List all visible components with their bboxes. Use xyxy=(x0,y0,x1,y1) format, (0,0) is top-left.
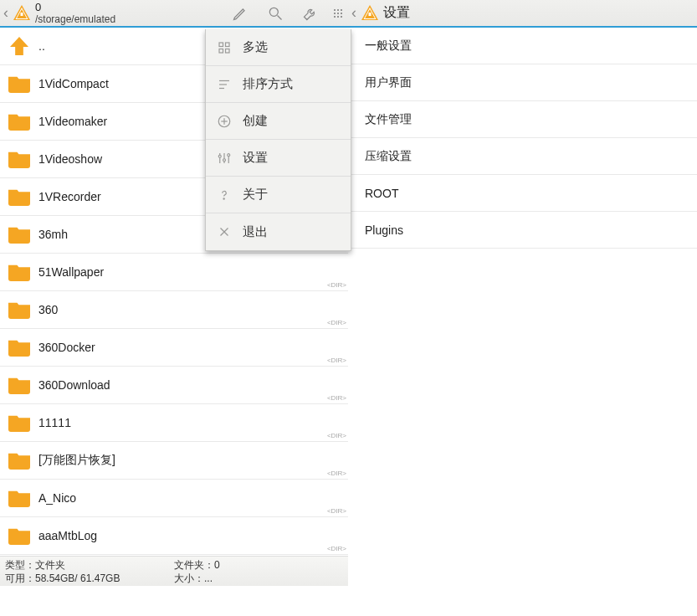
svg-rect-9 xyxy=(226,49,230,53)
back-chevron-icon[interactable]: ‹ xyxy=(0,4,12,22)
dir-badge: <DIR> xyxy=(327,281,346,289)
folder-icon xyxy=(8,526,30,545)
x-icon xyxy=(216,223,233,240)
svg-point-4 xyxy=(269,8,278,16)
grid-icon xyxy=(216,39,233,56)
settings-item[interactable]: ROOT xyxy=(348,175,697,212)
svg-point-22 xyxy=(223,198,224,198)
settings-list: 一般设置用户界面文件管理压缩设置ROOTPlugins xyxy=(348,28,697,249)
menu-item-question[interactable]: 关于 xyxy=(206,177,351,213)
search-icon[interactable] xyxy=(258,0,293,27)
folder-name: 1VRecorder xyxy=(38,190,101,203)
folder-icon xyxy=(8,187,30,206)
menu-item-sliders[interactable]: 设置 xyxy=(206,140,351,177)
folder-name: A_Nico xyxy=(38,491,76,505)
svg-rect-28 xyxy=(369,13,372,16)
overflow-menu: 多选排序方式创建设置关于退出 xyxy=(205,29,351,251)
svg-line-5 xyxy=(278,15,282,19)
folder-name: 1Videoshow xyxy=(38,152,102,166)
status-folders-value: 0 xyxy=(214,559,220,571)
dir-badge: <DIR> xyxy=(327,545,346,552)
dir-badge: <DIR> xyxy=(327,432,346,439)
folder-name: 360 xyxy=(38,303,58,316)
menu-item-label: 设置 xyxy=(243,150,268,166)
folder-row[interactable]: 360Download<DIR> xyxy=(0,367,348,404)
question-icon xyxy=(216,187,233,203)
status-size-label: 大小： xyxy=(174,572,204,584)
status-avail-value: 58.54GB/ 61.47GB xyxy=(35,572,120,584)
folder-icon xyxy=(8,451,30,470)
menu-item-x[interactable]: 退出 xyxy=(206,213,351,250)
dir-badge: <DIR> xyxy=(327,470,346,477)
sort-icon xyxy=(216,76,233,93)
folder-name: aaaMtbLog xyxy=(38,529,97,542)
status-avail-label: 可用： xyxy=(5,572,35,584)
settings-item-label: ROOT xyxy=(365,187,398,200)
dir-badge: <DIR> xyxy=(327,507,346,515)
folder-icon xyxy=(8,300,30,319)
menu-item-label: 退出 xyxy=(243,224,268,240)
folder-icon xyxy=(8,112,30,131)
up-label: .. xyxy=(38,39,45,53)
folder-name: [万能图片恢复] xyxy=(38,453,115,468)
folder-name: 11111 xyxy=(38,416,71,429)
header-path: /storage/emulated xyxy=(35,13,115,26)
menu-item-grid[interactable]: 多选 xyxy=(206,29,351,66)
folder-name: 1VidCompact xyxy=(38,77,109,90)
svg-point-17 xyxy=(218,155,221,157)
sliders-icon xyxy=(216,150,233,167)
folder-row[interactable]: A_Nico<DIR> xyxy=(0,480,348,517)
menu-item-sort[interactable]: 排序方式 xyxy=(206,66,351,103)
app-icon[interactable] xyxy=(12,3,32,23)
menu-item-label: 排序方式 xyxy=(243,76,293,92)
folder-row[interactable]: [万能图片恢复]<DIR> xyxy=(0,442,348,480)
app-icon[interactable] xyxy=(360,3,380,23)
svg-point-21 xyxy=(228,153,230,156)
settings-item[interactable]: 用户界面 xyxy=(348,64,697,101)
edit-icon[interactable] xyxy=(223,0,258,27)
header-actions xyxy=(223,0,348,27)
folder-row[interactable]: aaaMtbLog<DIR> xyxy=(0,517,348,555)
settings-item-label: 文件管理 xyxy=(365,112,412,127)
plus-circle-icon xyxy=(216,113,233,130)
back-chevron-icon[interactable]: ‹ xyxy=(348,4,360,22)
settings-item[interactable]: 文件管理 xyxy=(348,101,697,138)
folder-icon xyxy=(8,338,30,357)
folder-row[interactable]: 360Docker<DIR> xyxy=(0,329,348,367)
folder-name: 51Wallpaper xyxy=(38,265,104,279)
path-block[interactable]: 0 /storage/emulated xyxy=(35,1,115,26)
svg-point-19 xyxy=(223,158,226,161)
folder-row[interactable]: 51Wallpaper<DIR> xyxy=(0,254,348,291)
settings-item-label: 用户界面 xyxy=(365,75,412,90)
folder-icon xyxy=(8,489,30,507)
folder-icon xyxy=(8,150,30,168)
status-bar: 类型：文件夹 可用：58.54GB/ 61.47GB 文件夹：0 大小：... xyxy=(0,556,348,586)
folder-row[interactable]: 11111<DIR> xyxy=(0,404,348,442)
svg-rect-3 xyxy=(21,13,23,16)
svg-rect-7 xyxy=(226,43,230,47)
wrench-icon[interactable] xyxy=(293,0,328,27)
menu-item-label: 关于 xyxy=(243,187,268,203)
folder-name: 360Download xyxy=(38,378,110,392)
menu-item-label: 多选 xyxy=(243,39,268,55)
folder-row[interactable]: 360<DIR> xyxy=(0,291,348,329)
menu-item-label: 创建 xyxy=(243,113,268,129)
settings-item[interactable]: Plugins xyxy=(348,212,697,249)
folder-name: 360Docker xyxy=(38,341,95,354)
settings-item[interactable]: 一般设置 xyxy=(348,28,697,64)
status-size-value: ... xyxy=(204,572,213,584)
folder-icon xyxy=(8,376,30,394)
overflow-menu-icon[interactable] xyxy=(328,0,348,27)
svg-rect-6 xyxy=(219,43,223,47)
settings-item-label: Plugins xyxy=(365,223,403,237)
status-type-value: 文件夹 xyxy=(35,559,65,571)
left-header: ‹ 0 /storage/emulated xyxy=(0,0,348,28)
folder-icon xyxy=(8,74,30,93)
settings-item-label: 压缩设置 xyxy=(365,149,412,164)
svg-rect-8 xyxy=(219,49,223,53)
status-folders-label: 文件夹： xyxy=(174,559,214,571)
status-type-label: 类型： xyxy=(5,559,35,571)
menu-item-plus-circle[interactable]: 创建 xyxy=(206,103,351,140)
settings-item[interactable]: 压缩设置 xyxy=(348,138,697,175)
settings-pane: ‹ 设置 一般设置用户界面文件管理压缩设置ROOTPlugins xyxy=(348,0,697,249)
